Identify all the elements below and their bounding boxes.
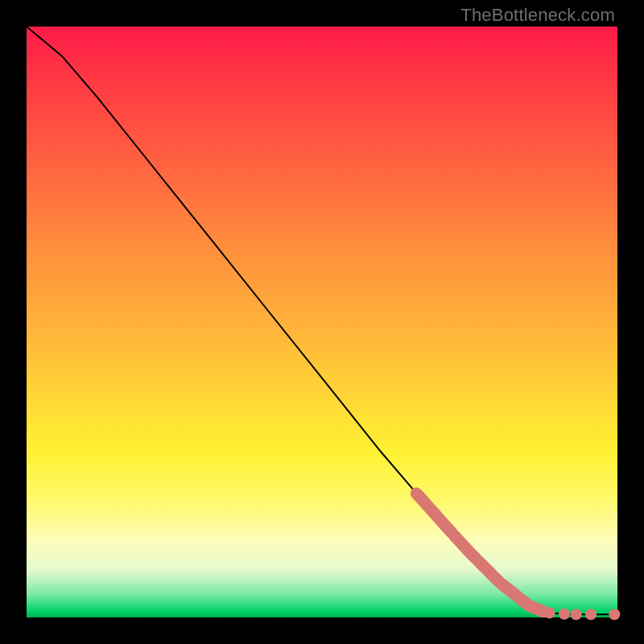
highlight-segment <box>416 493 452 533</box>
tail-marker <box>559 609 570 620</box>
data-markers <box>416 493 620 620</box>
chart-svg <box>27 27 617 617</box>
highlight-segment <box>455 536 476 559</box>
watermark-text: TheBottleneck.com <box>460 5 615 26</box>
highlight-segment <box>479 561 500 582</box>
tail-marker <box>571 609 582 620</box>
chart-frame: TheBottleneck.com <box>0 0 644 644</box>
plot-area <box>27 27 617 617</box>
tail-marker <box>544 607 555 618</box>
highlight-segment <box>502 584 517 597</box>
tail-marker <box>609 609 620 620</box>
tail-marker <box>585 609 597 620</box>
highlight-segment <box>520 599 543 612</box>
bottleneck-curve <box>27 27 617 614</box>
